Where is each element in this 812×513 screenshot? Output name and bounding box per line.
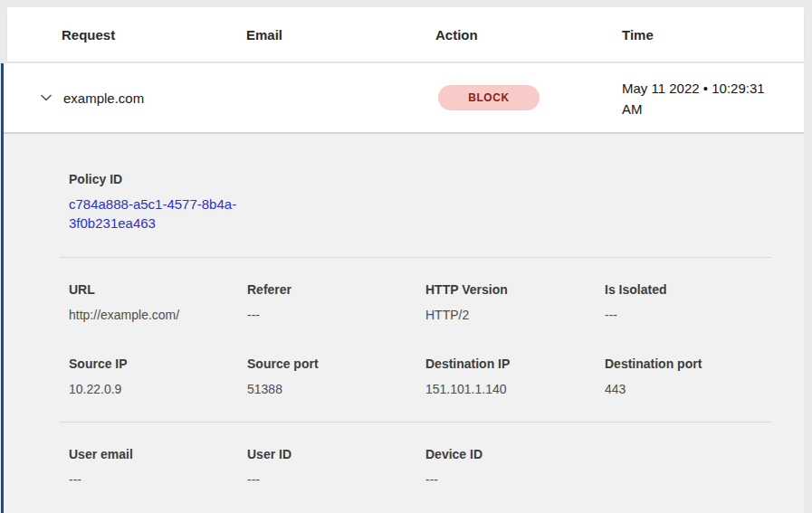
field-user-id: User ID --- bbox=[247, 447, 425, 487]
request-domain: example.com bbox=[63, 90, 144, 106]
request-timestamp: May 11 2022 • 10:29:31 AM bbox=[622, 78, 781, 119]
column-header-request: Request bbox=[62, 27, 246, 43]
table-row[interactable]: example.com BLOCK May 11 2022 • 10:29:31… bbox=[4, 63, 804, 134]
field-is-isolated: Is Isolated --- bbox=[605, 282, 804, 322]
column-header-time: Time bbox=[622, 27, 804, 43]
action-block-badge: BLOCK bbox=[438, 85, 540, 110]
detail-row-http: URL http://example.com/ Referer --- HTTP… bbox=[4, 282, 804, 322]
field-device-id: Device ID --- bbox=[425, 447, 605, 487]
field-http-version: HTTP Version HTTP/2 bbox=[425, 282, 605, 322]
column-header-action: Action bbox=[435, 27, 622, 43]
field-referer: Referer --- bbox=[247, 282, 425, 322]
detail-row-user: User email --- User ID --- Device ID --- bbox=[4, 447, 804, 487]
column-header-email: Email bbox=[246, 27, 435, 43]
field-source-ip: Source IP 10.22.0.9 bbox=[69, 356, 247, 396]
field-user-email: User email --- bbox=[69, 447, 247, 487]
policy-section: Policy ID c784a888-a5c1-4577-8b4a-3f0b23… bbox=[4, 134, 804, 233]
field-url: URL http://example.com/ bbox=[69, 282, 247, 322]
field-destination-ip: Destination IP 151.101.1.140 bbox=[425, 356, 605, 396]
section-divider bbox=[60, 257, 771, 258]
policy-id-label: Policy ID bbox=[69, 172, 804, 186]
detail-row-network: Source IP 10.22.0.9 Source port 51388 De… bbox=[4, 356, 804, 396]
table-header: Request Email Action Time bbox=[7, 7, 804, 62]
expanded-log-entry: example.com BLOCK May 11 2022 • 10:29:31… bbox=[1, 63, 804, 513]
field-destination-port: Destination port 443 bbox=[605, 356, 804, 396]
field-source-port: Source port 51388 bbox=[247, 356, 425, 396]
policy-id-link[interactable]: c784a888-a5c1-4577-8b4a-3f0b231ea463 bbox=[69, 195, 254, 233]
section-divider bbox=[60, 422, 771, 423]
chevron-down-icon[interactable] bbox=[38, 90, 54, 106]
